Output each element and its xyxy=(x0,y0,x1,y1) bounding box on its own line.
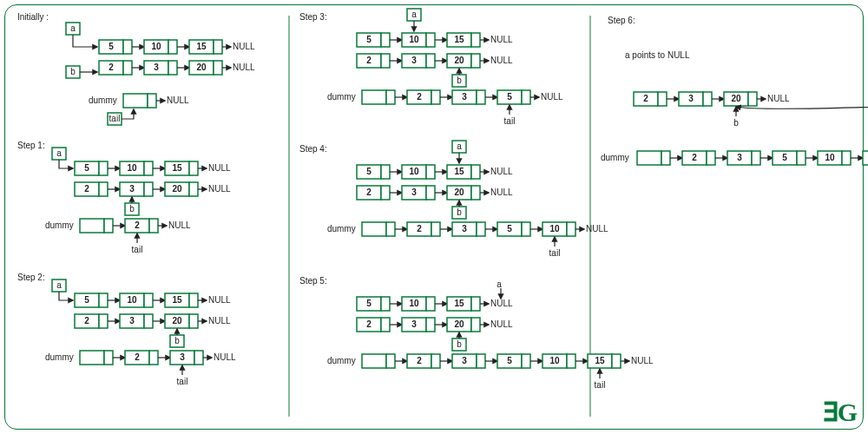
svg-rect-21 xyxy=(123,61,132,75)
svg-text:5: 5 xyxy=(507,224,512,233)
svg-rect-74 xyxy=(80,219,104,233)
svg-text:a: a xyxy=(56,148,62,158)
svg-rect-118 xyxy=(104,351,113,365)
svg-rect-245 xyxy=(426,297,435,311)
svg-rect-273 xyxy=(386,354,395,368)
svg-text:tail: tail xyxy=(109,114,121,123)
svg-text:5: 5 xyxy=(84,163,89,173)
svg-text:b: b xyxy=(733,118,739,128)
svg-rect-217 xyxy=(362,222,386,236)
svg-text:tail: tail xyxy=(504,116,516,126)
svg-text:NULL: NULL xyxy=(490,319,513,329)
svg-rect-107 xyxy=(189,314,198,328)
svg-rect-320 xyxy=(707,151,715,165)
svg-rect-150 xyxy=(426,54,435,68)
svg-text:a: a xyxy=(70,23,76,33)
svg-text:5: 5 xyxy=(507,356,512,365)
svg-text:b: b xyxy=(174,336,180,345)
svg-text:2: 2 xyxy=(84,316,89,326)
svg-rect-249 xyxy=(471,297,480,311)
svg-text:3: 3 xyxy=(737,153,742,162)
svg-rect-288 xyxy=(567,354,575,368)
svg-text:3: 3 xyxy=(154,62,159,72)
svg-text:5: 5 xyxy=(782,153,787,162)
svg-text:NULL: NULL xyxy=(490,167,513,176)
svg-rect-225 xyxy=(477,222,485,236)
svg-text:Step 1:: Step 1: xyxy=(17,141,45,150)
svg-rect-198 xyxy=(381,186,390,200)
svg-text:b: b xyxy=(457,339,462,349)
svg-text:2: 2 xyxy=(366,319,372,329)
svg-text:10: 10 xyxy=(127,295,137,305)
svg-text:2: 2 xyxy=(366,187,372,197)
svg-text:5: 5 xyxy=(84,295,89,305)
svg-rect-189 xyxy=(426,165,435,179)
svg-text:20: 20 xyxy=(172,316,182,326)
svg-text:dummy: dummy xyxy=(327,92,356,102)
svg-rect-284 xyxy=(522,354,530,368)
svg-text:2: 2 xyxy=(135,220,140,230)
svg-rect-29 xyxy=(214,61,222,75)
svg-text:20: 20 xyxy=(731,94,741,103)
svg-text:15: 15 xyxy=(172,295,182,305)
svg-rect-218 xyxy=(386,222,395,236)
svg-rect-221 xyxy=(431,222,440,236)
svg-rect-43 xyxy=(99,161,108,175)
svg-text:NULL: NULL xyxy=(208,295,231,305)
svg-text:3: 3 xyxy=(411,187,417,197)
svg-text:5: 5 xyxy=(366,167,372,176)
svg-text:3: 3 xyxy=(180,352,185,362)
svg-text:2: 2 xyxy=(417,356,422,365)
svg-rect-254 xyxy=(381,318,390,332)
svg-text:NULL: NULL xyxy=(490,187,513,197)
svg-rect-193 xyxy=(471,165,480,179)
svg-text:NULL: NULL xyxy=(233,42,255,51)
svg-text:dummy: dummy xyxy=(601,153,629,162)
svg-text:b: b xyxy=(129,204,135,214)
svg-text:NULL: NULL xyxy=(631,356,654,365)
svg-rect-276 xyxy=(431,354,440,368)
svg-rect-10 xyxy=(168,40,177,54)
svg-rect-202 xyxy=(426,186,435,200)
svg-text:Step 2:: Step 2: xyxy=(17,273,45,282)
svg-text:b: b xyxy=(457,76,462,85)
svg-text:tail: tail xyxy=(595,380,606,390)
svg-rect-99 xyxy=(99,314,108,328)
svg-text:10: 10 xyxy=(151,42,161,51)
svg-rect-169 xyxy=(431,90,440,104)
svg-text:15: 15 xyxy=(454,167,464,176)
svg-rect-280 xyxy=(477,354,485,368)
svg-text:3: 3 xyxy=(129,184,135,194)
svg-text:b: b xyxy=(70,67,76,76)
diagram-canvas: Initially :a51015NULLb2320NULLdummyNULLt… xyxy=(0,0,868,434)
svg-text:NULL: NULL xyxy=(214,352,236,362)
svg-text:tail: tail xyxy=(549,248,561,258)
svg-rect-258 xyxy=(426,318,435,332)
svg-text:NULL: NULL xyxy=(586,224,608,233)
svg-text:10: 10 xyxy=(409,35,419,44)
svg-text:Initially :: Initially : xyxy=(17,12,49,22)
svg-text:NULL: NULL xyxy=(767,94,790,103)
svg-rect-309 xyxy=(748,92,757,106)
svg-text:NULL: NULL xyxy=(490,299,513,308)
svg-text:dummy: dummy xyxy=(45,220,74,230)
svg-text:NULL: NULL xyxy=(208,184,231,194)
svg-rect-141 xyxy=(471,33,480,47)
svg-text:15: 15 xyxy=(595,356,605,365)
svg-rect-165 xyxy=(362,90,386,104)
svg-text:b: b xyxy=(457,207,462,217)
svg-rect-64 xyxy=(189,182,198,196)
svg-rect-94 xyxy=(189,293,198,307)
svg-text:2: 2 xyxy=(643,94,648,103)
svg-rect-117 xyxy=(80,351,104,365)
svg-rect-90 xyxy=(144,293,153,307)
svg-rect-185 xyxy=(381,165,390,179)
svg-rect-86 xyxy=(99,293,108,307)
svg-text:a points to NULL: a points to NULL xyxy=(625,50,690,60)
svg-rect-324 xyxy=(752,151,760,165)
svg-rect-137 xyxy=(426,33,435,47)
svg-text:3: 3 xyxy=(462,224,467,233)
svg-text:15: 15 xyxy=(196,42,207,51)
svg-rect-25 xyxy=(168,61,177,75)
svg-text:5: 5 xyxy=(366,299,372,308)
